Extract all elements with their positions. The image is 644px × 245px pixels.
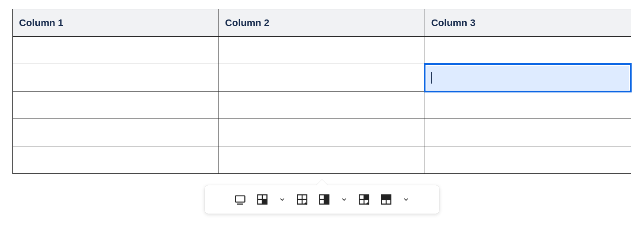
column-header-2[interactable]: Column 2 [218,9,425,37]
table-cell[interactable] [13,37,219,64]
cell-options-button[interactable] [256,193,268,206]
table-cell[interactable] [13,64,219,92]
row-options-dropdown[interactable] [402,195,410,203]
table-cell-selected[interactable] [425,64,631,92]
table-row-star-icon [296,193,308,206]
row-insert-button[interactable] [296,193,308,206]
data-table[interactable]: Column 1 Column 2 Column 3 [12,9,632,174]
table-cell[interactable] [218,146,425,174]
table-row-icon [380,193,392,206]
table-cell[interactable] [218,37,425,64]
chevron-down-icon [341,196,348,203]
cell-options-dropdown[interactable] [278,195,286,203]
table-cell[interactable] [425,119,631,146]
table-column-star-icon [358,193,370,206]
table-column-icon [318,193,330,206]
table-cell[interactable] [13,146,219,174]
chevron-down-icon [279,196,286,203]
screen-icon [234,193,246,206]
table-floating-toolbar [205,185,439,214]
svg-rect-17 [364,195,368,199]
svg-rect-13 [325,195,329,204]
toolbar-pointer-arrow [316,180,327,191]
svg-rect-0 [236,196,245,202]
svg-rect-22 [382,195,391,199]
table-cell[interactable] [218,92,425,119]
column-header-1[interactable]: Column 1 [13,9,219,37]
column-header-3[interactable]: Column 3 [425,9,631,37]
table-cell[interactable] [218,64,425,92]
row-options-button[interactable] [380,193,392,206]
chevron-down-icon [402,196,410,203]
table-cell[interactable] [425,146,631,174]
column-insert-button[interactable] [358,193,370,206]
column-options-dropdown[interactable] [340,195,348,203]
svg-rect-5 [263,200,267,204]
table-cell-icon [256,193,268,206]
table-cell[interactable] [425,92,631,119]
table-cell[interactable] [425,37,631,64]
text-cursor [431,72,432,84]
table-cell[interactable] [13,119,219,146]
column-options-button[interactable] [318,193,330,206]
table-cell[interactable] [218,119,425,146]
table-width-button[interactable] [234,193,246,206]
table-cell[interactable] [13,92,219,119]
